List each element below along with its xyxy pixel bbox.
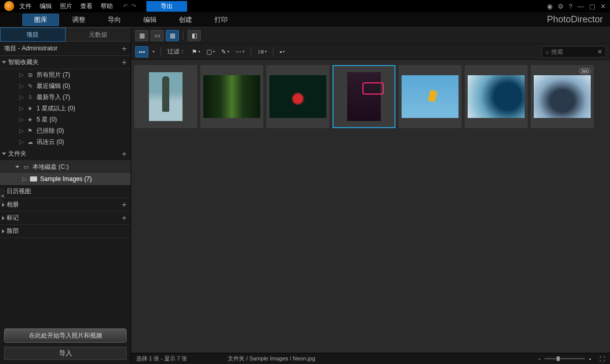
filter-label-dropdown[interactable]: ▢▾: [204, 48, 217, 55]
more-icon: ⋯: [235, 48, 241, 55]
brush-icon: ✎: [221, 48, 226, 55]
star-icon: ★: [26, 116, 34, 123]
menu-file[interactable]: 文件: [19, 2, 32, 11]
help-icon[interactable]: ?: [569, 3, 572, 10]
add-project-button[interactable]: +: [122, 44, 127, 53]
sidebar-collapse-handle[interactable]: ◀: [0, 188, 4, 203]
section-album[interactable]: 相册+: [0, 198, 131, 211]
stack-dropdown[interactable]: ▪▾: [278, 48, 287, 55]
tab-create[interactable]: 创建: [168, 12, 203, 27]
menu-view[interactable]: 查看: [80, 2, 93, 11]
smart-cloud[interactable]: ▷☁讯连云 (0): [0, 136, 131, 147]
search-icon: ⌕: [545, 48, 549, 55]
left-tab-project[interactable]: 项目: [0, 27, 66, 42]
thumb-size-dropdown[interactable]: ▾: [150, 49, 157, 54]
thumbnail-image: [203, 75, 260, 118]
zoom-out-icon[interactable]: ▫: [538, 356, 540, 362]
app-logo: [4, 1, 14, 11]
smart-1star[interactable]: ▷★1 星或以上 (0): [0, 103, 131, 114]
section-face[interactable]: 脸部: [0, 225, 131, 238]
thumbnail-forest[interactable]: [200, 65, 263, 128]
zoom-slider[interactable]: [544, 358, 585, 359]
chevron-right-icon: [2, 229, 5, 233]
cloud-icon: ☁: [26, 138, 34, 145]
brush-icon: ✎: [26, 82, 34, 89]
smart-recent-edit[interactable]: ▷✎最近编辑 (0): [0, 80, 131, 92]
view-single-button[interactable]: ▭: [150, 30, 164, 41]
menu-help[interactable]: 帮助: [101, 2, 113, 11]
thumb-size-button[interactable]: ▪▪▪: [135, 46, 148, 57]
minimize-button[interactable]: —: [577, 3, 584, 10]
flag-icon: ⚑: [26, 127, 34, 134]
fullscreen-icon[interactable]: ⛶: [599, 356, 605, 362]
section-smart[interactable]: 智能收藏夹 +: [0, 56, 131, 69]
add-album-button[interactable]: +: [122, 200, 127, 209]
thumbnail-leaf[interactable]: [266, 65, 329, 128]
thumbnail-neon[interactable]: [332, 65, 395, 128]
thumbnail-grid: 360: [131, 60, 610, 353]
view-compare-button[interactable]: ◧: [188, 30, 201, 41]
section-calendar[interactable]: 日历视图: [0, 185, 131, 198]
thumbnail-image: [149, 72, 182, 121]
import-hint-button[interactable]: 在此处开始导入照片和视频: [4, 328, 127, 343]
filter-more-dropdown[interactable]: ⋯▾: [233, 48, 247, 55]
thumbnail-image: [402, 75, 459, 118]
smart-recent-import[interactable]: ▷⇩最新导入 (7): [0, 92, 131, 103]
view-browser-button[interactable]: ▦: [135, 30, 148, 41]
photos-icon: ⊞: [26, 71, 34, 78]
export-button[interactable]: 导出: [146, 1, 187, 12]
tab-print[interactable]: 打印: [203, 12, 239, 27]
menu-edit[interactable]: 编辑: [40, 2, 52, 11]
status-path: / Sample Images / Neon.jpg: [246, 355, 315, 361]
tab-edit[interactable]: 编辑: [132, 12, 168, 27]
smart-excluded[interactable]: ▷⚑已排除 (0): [0, 125, 131, 136]
smart-5star[interactable]: ▷★5 星 (0): [0, 114, 131, 125]
maximize-button[interactable]: ▢: [589, 3, 595, 10]
close-button[interactable]: ✕: [600, 3, 606, 10]
view-grid-button[interactable]: ▦: [166, 30, 179, 41]
thumbnail-image: [468, 75, 525, 118]
add-folder-button[interactable]: +: [122, 149, 127, 159]
thumbnail-image: [269, 75, 326, 118]
zoom-in-icon[interactable]: ▪: [589, 356, 591, 362]
section-folders[interactable]: 文件夹 +: [0, 147, 131, 161]
tab-library[interactable]: 图库: [22, 14, 59, 26]
sort-dropdown[interactable]: ↕≡▾: [255, 48, 269, 55]
smart-all-photos[interactable]: ▷⊞所有照片 (7): [0, 69, 131, 80]
search-box[interactable]: ⌕ ✕: [542, 46, 606, 57]
import-icon: ⇩: [26, 94, 34, 101]
undo-button[interactable]: ↶: [123, 3, 128, 10]
flag-icon: ⚑: [192, 48, 197, 55]
thumbnail-skate[interactable]: [399, 65, 462, 128]
chevron-right-icon: [2, 216, 5, 220]
sort-icon: ↕≡: [257, 48, 264, 55]
menu-photo[interactable]: 照片: [60, 2, 72, 11]
tab-adjust[interactable]: 调整: [61, 12, 97, 27]
chevron-down-icon: [15, 166, 19, 168]
tab-guide[interactable]: 导向: [97, 12, 132, 27]
search-input[interactable]: [551, 48, 595, 55]
gear-icon[interactable]: ⚙: [558, 3, 564, 10]
filter-brush-dropdown[interactable]: ✎▾: [219, 48, 231, 55]
brand-label: PhotoDirector: [547, 14, 603, 25]
chevron-down-icon: [2, 61, 6, 64]
folder-sample-images[interactable]: ▷Sample Images (7): [0, 173, 131, 185]
section-tag[interactable]: 标记+: [0, 211, 131, 225]
square-icon: ▢: [206, 48, 212, 55]
filter-flag-dropdown[interactable]: ⚑▾: [190, 48, 202, 55]
status-selection: 选择 1 张 - 显示 7 张: [136, 355, 187, 362]
badge-360: 360: [579, 68, 591, 74]
thumbnail-wave[interactable]: [465, 65, 528, 128]
search-clear-button[interactable]: ✕: [597, 48, 602, 55]
left-tab-metadata[interactable]: 元数据: [66, 27, 131, 42]
import-button[interactable]: 导入: [4, 347, 127, 360]
add-smart-button[interactable]: +: [122, 58, 127, 67]
redo-button[interactable]: ↷: [131, 3, 136, 10]
thumbnail-image: [534, 75, 591, 118]
thumbnail-planet[interactable]: 360: [531, 65, 594, 128]
chevron-down-icon: [2, 153, 6, 155]
add-tag-button[interactable]: +: [122, 214, 127, 223]
thumbnail-rock[interactable]: [134, 65, 197, 128]
notification-icon[interactable]: ◉: [547, 3, 553, 10]
folder-local-disk[interactable]: ▭本地磁盘 (C:): [0, 161, 131, 173]
